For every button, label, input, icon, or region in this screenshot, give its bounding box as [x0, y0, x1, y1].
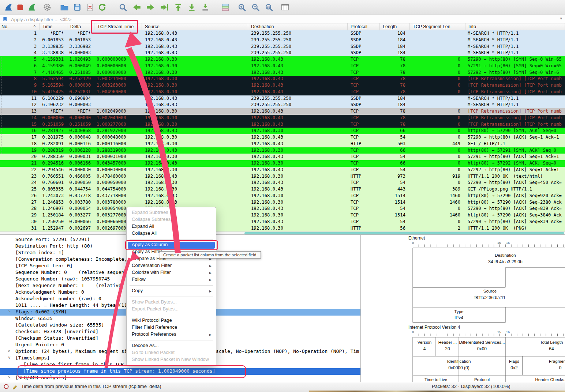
packet-cell-no: 6	[0, 63, 40, 69]
auto-scroll-icon[interactable]	[201, 3, 210, 12]
column-header-tcp-segment-len[interactable]: TCP Segment Len	[410, 23, 465, 30]
expander-icon[interactable]: >	[8, 375, 14, 380]
column-header-delta[interactable]: Delta	[67, 23, 94, 30]
go-to-first-icon[interactable]	[173, 3, 183, 12]
menu-item-apply-as-column[interactable]: Apply as Column	[128, 242, 215, 249]
packet-row[interactable]: 170.2819750.0000480.000048000192.168.0.3…	[0, 134, 565, 141]
packet-row[interactable]: 140.0000000.0000001.002049000192.168.0.3…	[0, 115, 565, 121]
colorize-icon[interactable]	[221, 3, 230, 12]
open-file-icon[interactable]	[60, 3, 69, 12]
packet-row[interactable]: 200.2883500.0000310.000031000192.168.0.3…	[0, 154, 565, 160]
packet-row[interactable]: 210.2945160.0061660.043457000192.168.0.4…	[0, 160, 565, 167]
packet-cell-src: 192.168.0.30	[142, 180, 248, 186]
packet-cell-no: 12	[0, 102, 40, 108]
column-header-time[interactable]: Time	[40, 23, 67, 30]
packet-row[interactable]: 150.2510590.2510591.000277000192.168.0.3…	[0, 121, 565, 128]
resize-columns-icon[interactable]	[280, 3, 290, 12]
go-back-icon[interactable]	[132, 3, 142, 12]
packet-row[interactable]: 190.2883190.0062280.288319000192.168.0.4…	[0, 147, 565, 154]
packet-row[interactable]: 240.7606010.0000500.000050000192.168.0.3…	[0, 180, 565, 186]
packet-cell-dst: 192.168.0.43	[248, 206, 348, 212]
restart-capture-icon[interactable]	[27, 3, 37, 12]
expander-icon[interactable]: >	[8, 309, 14, 314]
close-file-icon[interactable]	[85, 3, 95, 12]
packet-row[interactable]: 116.1062290.690804192.168.0.43239.255.25…	[0, 95, 565, 102]
menu-item-conversation-filter[interactable]: Conversation Filter▶	[128, 263, 215, 270]
go-to-packet-icon[interactable]	[160, 3, 169, 12]
submenu-arrow-icon: ▶	[209, 270, 212, 276]
packet-row[interactable]: 126.1062320.000003192.168.0.43239.255.25…	[0, 102, 565, 108]
menu-item-decode-as[interactable]: Decode As...	[128, 343, 215, 350]
capture-options-icon[interactable]	[42, 3, 52, 12]
packet-row[interactable]: 54.1593311.0204930.000000000192.168.0.30…	[0, 56, 565, 63]
packet-cell-len: 184	[380, 44, 410, 50]
stop-capture-icon[interactable]	[15, 3, 25, 12]
packet-cell-seg	[410, 50, 465, 56]
packet-row[interactable]: 33.1388353.136982192.168.0.43239.255.255…	[0, 44, 565, 50]
detail-line[interactable]: >[SEQ/ACK analysis]	[0, 375, 360, 381]
expert-info-icon[interactable]	[3, 383, 10, 390]
packet-cell-time: 0.760551	[40, 173, 67, 180]
packet-row[interactable]: 95.1625940.0000001.003263000192.168.0.30…	[0, 82, 565, 89]
menu-item-collapse-all[interactable]: Collapse All	[128, 230, 215, 237]
zoom-out-icon[interactable]	[251, 3, 260, 12]
ip-section-title: Internet Protocol Version 4	[408, 325, 460, 330]
column-header-length[interactable]: Length	[380, 23, 410, 30]
go-to-last-icon[interactable]	[187, 3, 197, 12]
packet-row[interactable]: 64.1593800.0000490.000000000192.168.0.30…	[0, 63, 565, 69]
expander-icon[interactable]: >	[8, 348, 14, 353]
menu-item-wiki-protocol-page[interactable]: Wiki Protocol Page	[128, 317, 215, 324]
packet-row[interactable]: 291.2501840.0032770.003277000192.168.0.4…	[0, 212, 565, 219]
menu-item-protocol-preferences[interactable]: Protocol Preferences▶	[128, 331, 215, 338]
packet-row[interactable]: 261.2430730.4377180.437718000192.168.0.4…	[0, 193, 565, 199]
menu-item-label: Go to Linked Packet	[132, 350, 175, 357]
column-header-destination[interactable]: Destination	[248, 23, 348, 30]
menu-item-filter-field-reference[interactable]: Filter Field Reference	[128, 324, 215, 331]
packet-cell-seg: 449	[410, 141, 465, 147]
zoom-in-icon[interactable]	[237, 3, 247, 12]
menu-item-copy[interactable]: Copy▶	[128, 288, 215, 295]
capture-comment-icon[interactable]	[12, 383, 19, 390]
packet-cell-no: 16	[0, 128, 40, 134]
packet-row[interactable]: 281.2469070.0000540.000054000192.168.0.3…	[0, 206, 565, 212]
menu-item-follow[interactable]: Follow▶	[128, 276, 215, 283]
reload-file-icon[interactable]	[97, 3, 107, 12]
packet-row[interactable]: 85.1625940.7521291.003214000192.168.0.30…	[0, 76, 565, 82]
packet-row[interactable]: 13*REF**REF*1.002049000192.168.0.30192.1…	[0, 108, 565, 115]
packet-row[interactable]: 43.1388380.000003192.168.0.43239.255.255…	[0, 50, 565, 56]
packet-row[interactable]: 74.4104650.2510850.000000000192.168.0.30…	[0, 69, 565, 76]
packet-row[interactable]: 301.2502500.0000660.000066000192.168.0.3…	[0, 219, 565, 225]
menu-item-colorize-with-filter[interactable]: Colorize with Filter▶	[128, 270, 215, 276]
ip-identification-value: 0x0000 (0)	[448, 365, 469, 370]
column-header-protocol[interactable]: Protocol	[348, 23, 380, 30]
filter-bookmark-icon[interactable]	[2, 16, 8, 22]
packet-row[interactable]: 271.2468530.0037800.003780000192.168.0.4…	[0, 199, 565, 206]
go-forward-icon[interactable]	[146, 3, 155, 12]
wireshark-start-capture-icon[interactable]	[4, 3, 13, 12]
zoom-reset-icon[interactable]: 1:1	[264, 3, 274, 12]
save-file-icon[interactable]	[72, 3, 82, 12]
display-filter-input[interactable]	[10, 15, 553, 24]
detail-line[interactable]: [Time since previous frame in this TCP s…	[0, 368, 360, 375]
packet-row[interactable]: 311.2529470.0026970.002697000192.168.0.4…	[0, 225, 565, 232]
packet-row[interactable]: 20.0018530.001853192.168.0.43239.255.255…	[0, 37, 565, 44]
packet-row[interactable]: 180.2820910.0001160.000116000192.168.0.3…	[0, 141, 565, 147]
column-header-info[interactable]: Info	[465, 23, 565, 30]
find-packet-icon[interactable]	[118, 3, 128, 12]
packet-row[interactable]: 250.8053550.0447540.044754000192.168.0.3…	[0, 186, 565, 193]
packet-cell-time: 1.243073	[40, 193, 67, 199]
column-header-tcp-stream-time[interactable]: TCP Stream Time	[94, 23, 142, 30]
menu-item-expand-all[interactable]: Expand All	[128, 223, 215, 230]
expander-icon[interactable]: v	[8, 355, 14, 360]
packet-row[interactable]: 105.4154250.2528311.004960000192.168.0.3…	[0, 89, 565, 95]
packet-row[interactable]: 1*REF**REF*192.168.0.43239.255.255.250SS…	[0, 30, 565, 37]
filter-expression-chevron-icon[interactable]: ▾	[560, 16, 562, 21]
packet-cell-proto: TCP	[348, 56, 380, 63]
packet-list: 1*REF**REF*192.168.0.43239.255.255.250SS…	[0, 30, 565, 231]
column-header-no[interactable]: No.^	[0, 23, 40, 30]
packet-row[interactable]: 220.2945460.0000300.000030000192.168.0.3…	[0, 167, 565, 173]
column-header-source[interactable]: Source	[142, 23, 248, 30]
packet-row[interactable]: 230.7605510.4660050.478460000192.168.0.4…	[0, 173, 565, 180]
packet-cell-len: 78	[380, 56, 410, 63]
packet-row[interactable]: 160.2819270.0308680.281927000192.168.0.4…	[0, 128, 565, 134]
